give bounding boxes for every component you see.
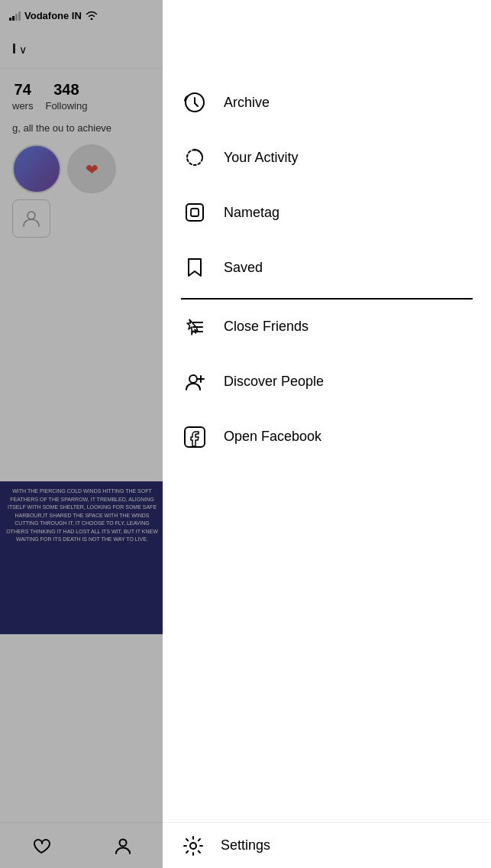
settings-button[interactable]: Settings [181, 834, 270, 858]
drawer-settings-bar: Settings [163, 822, 491, 868]
drawer-item-open-facebook[interactable]: Open Facebook [163, 410, 491, 465]
settings-icon [181, 834, 205, 858]
svg-point-4 [194, 149, 196, 151]
drawer-item-close-friends[interactable]: Close Friends [163, 300, 491, 355]
nametag-icon [181, 199, 208, 226]
drawer-item-saved[interactable]: Saved [163, 240, 491, 295]
drawer: Archive Your Activity Nametag [163, 0, 491, 868]
archive-icon [181, 89, 208, 116]
close-friends-label: Close Friends [224, 319, 308, 335]
saved-icon [181, 254, 208, 281]
svg-point-16 [190, 843, 196, 849]
your-activity-label: Your Activity [224, 150, 298, 166]
close-friends-icon [181, 313, 208, 341]
discover-people-label: Discover People [224, 374, 324, 390]
settings-label: Settings [221, 837, 270, 853]
discover-people-icon [181, 368, 208, 396]
your-activity-icon [181, 144, 208, 171]
saved-label: Saved [224, 260, 263, 276]
open-facebook-icon [181, 423, 208, 451]
svg-rect-6 [191, 209, 199, 216]
drawer-item-archive[interactable]: Archive [163, 75, 491, 130]
drawer-item-nametag[interactable]: Nametag [163, 185, 491, 240]
drawer-item-your-activity[interactable]: Your Activity [163, 130, 491, 185]
svg-rect-5 [186, 204, 203, 221]
drawer-menu-items: Archive Your Activity Nametag [163, 69, 491, 868]
archive-label: Archive [224, 95, 270, 111]
nametag-label: Nametag [224, 205, 279, 221]
open-facebook-label: Open Facebook [224, 429, 321, 445]
svg-rect-14 [185, 427, 205, 447]
svg-point-11 [189, 375, 197, 383]
drawer-header [163, 0, 491, 69]
drawer-item-discover-people[interactable]: Discover People [163, 355, 491, 410]
